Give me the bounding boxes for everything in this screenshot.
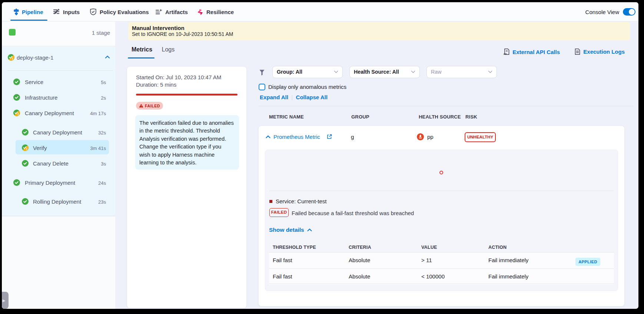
svg-text:API: API xyxy=(504,53,507,55)
